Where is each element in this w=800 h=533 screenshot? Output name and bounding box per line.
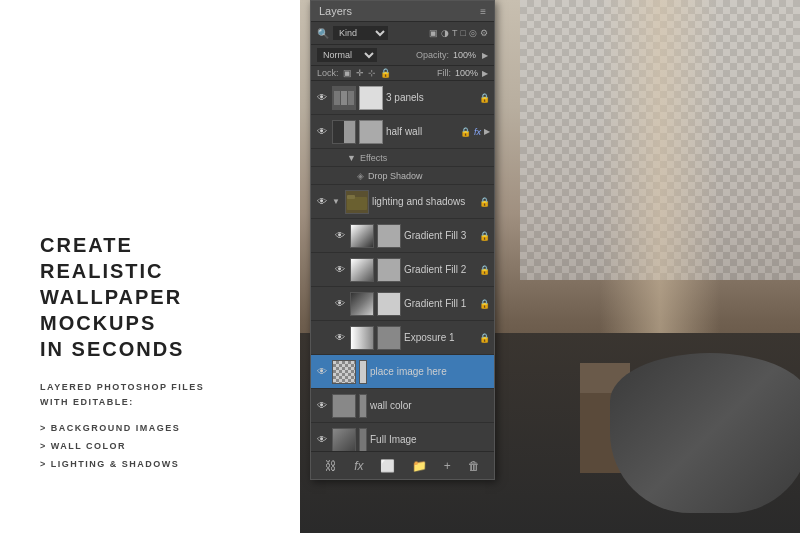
visibility-icon-gradient1[interactable]: 👁: [333, 297, 347, 311]
fill-value: 100%: [455, 68, 478, 78]
feature-list: > BACKGROUND IMAGES > WALL COLOR > LIGHT…: [40, 419, 260, 473]
visibility-icon-lighting[interactable]: 👁: [315, 195, 329, 209]
layer-name-halfwall: half wall: [386, 126, 457, 137]
visibility-icon-placeimage[interactable]: 👁: [315, 365, 329, 379]
link-placeimage: [359, 360, 367, 384]
search-icon: 🔍: [317, 28, 329, 39]
lock-artboard-icon[interactable]: ⊹: [368, 68, 376, 78]
adjust-icon: ◑: [441, 28, 449, 38]
list-item-3: > LIGHTING & SHADOWS: [40, 455, 260, 473]
lock-all-icon[interactable]: 🔒: [380, 68, 391, 78]
fill-arrow: ▶: [482, 69, 488, 78]
delete-layer-button[interactable]: 🗑: [464, 457, 484, 475]
layer-lighting-folder[interactable]: 👁 ▼ lighting and shadows 🔒: [311, 185, 494, 219]
thumb-gradient3: [350, 224, 374, 248]
lock-icon-halfwall: 🔒: [460, 127, 471, 137]
effects-text: Effects: [360, 153, 387, 163]
opacity-value: 100%: [453, 50, 476, 60]
lock-position-icon[interactable]: ✛: [356, 68, 364, 78]
link-layers-button[interactable]: ⛓: [321, 457, 341, 475]
effects-arrow: ▼: [347, 153, 356, 163]
layer-name-lighting: lighting and shadows: [372, 196, 476, 207]
opacity-label: Opacity:: [416, 50, 449, 60]
layer-name-fullimage: Full Image: [370, 434, 490, 445]
mask-gradient3: [377, 224, 401, 248]
lock-icon-exposure1: 🔒: [479, 333, 490, 343]
thumb-gradient1: [350, 292, 374, 316]
shape-icon: □: [461, 28, 466, 38]
mask-exposure1: [377, 326, 401, 350]
visibility-icon-fullimage[interactable]: 👁: [315, 433, 329, 447]
visibility-icon-gradient3[interactable]: 👁: [333, 229, 347, 243]
thumb-3panels: [332, 86, 356, 110]
search-row: 🔍 Kind ▣ ◑ T □ ◎ ⚙: [311, 22, 494, 45]
list-item-1: > BACKGROUND IMAGES: [40, 419, 260, 437]
layer-halfwall[interactable]: 👁 half wall 🔒 fx ▶: [311, 115, 494, 149]
visibility-icon-3panels[interactable]: 👁: [315, 91, 329, 105]
layer-exposure1[interactable]: 👁 Exposure 1 🔒: [311, 321, 494, 355]
folder-arrow-lighting[interactable]: ▼: [332, 197, 340, 206]
svg-rect-0: [334, 91, 340, 105]
visibility-icon-halfwall[interactable]: 👁: [315, 125, 329, 139]
mask-gradient2: [377, 258, 401, 282]
new-group-button[interactable]: 📁: [408, 457, 431, 475]
dropshadow-icon: ◈: [357, 171, 364, 181]
mask-gradient1: [377, 292, 401, 316]
thumb-exposure1: [350, 326, 374, 350]
visibility-icon-exposure1[interactable]: 👁: [333, 331, 347, 345]
mask-thumb-3panels: [359, 86, 383, 110]
panel-title-bar: Layers ≡: [311, 1, 494, 22]
visibility-icon-wallcolor[interactable]: 👁: [315, 399, 329, 413]
svg-rect-4: [347, 195, 355, 199]
sub-label: LAYERED PHOTOSHOP FILES WITH EDITABLE:: [40, 380, 260, 409]
blend-opacity-row: Normal Opacity: 100% ▶: [311, 45, 494, 66]
text-icon: T: [452, 28, 458, 38]
layer-name-wallcolor: wall color: [370, 400, 490, 411]
expand-icon-halfwall[interactable]: ▶: [484, 127, 490, 136]
smart-icon: ◎: [469, 28, 477, 38]
room-preview: Layers ≡ 🔍 Kind ▣ ◑ T □ ◎ ⚙ Normal Opaci…: [300, 0, 800, 533]
layer-place-image[interactable]: 👁 place image here: [311, 355, 494, 389]
visibility-icon-gradient2[interactable]: 👁: [333, 263, 347, 277]
thumb-halfwall: [332, 120, 356, 144]
thumb-wallcolor: [332, 394, 356, 418]
layer-wallcolor[interactable]: 👁 wall color: [311, 389, 494, 423]
settings-icon: ⚙: [480, 28, 488, 38]
lock-pixel-icon[interactable]: ▣: [343, 68, 352, 78]
blend-mode-dropdown[interactable]: Normal: [317, 48, 377, 62]
layer-fx-button[interactable]: fx: [350, 457, 367, 475]
layer-gradient3[interactable]: 👁 Gradient Fill 3 🔒: [311, 219, 494, 253]
list-item-2: > WALL COLOR: [40, 437, 260, 455]
thumb-lighting: [345, 190, 369, 214]
layer-type-icons: ▣ ◑ T □ ◎ ⚙: [429, 28, 488, 38]
lock-label: Lock:: [317, 68, 339, 78]
main-headline: CREATE REALISTIC WALLPAPER MOCKUPS IN SE…: [40, 232, 260, 362]
thumb-placeimage: [332, 360, 356, 384]
lock-icon-gradient1: 🔒: [479, 299, 490, 309]
pixel-icon: ▣: [429, 28, 438, 38]
layer-name-exposure1: Exposure 1: [404, 332, 476, 343]
effects-sublabel: ▼ Effects: [311, 149, 494, 167]
kind-dropdown[interactable]: Kind: [333, 26, 388, 40]
layer-gradient1[interactable]: 👁 Gradient Fill 1 🔒: [311, 287, 494, 321]
svg-rect-2: [348, 91, 354, 105]
thumb-gradient2: [350, 258, 374, 282]
layer-3panels[interactable]: 👁 3 panels 🔒: [311, 81, 494, 115]
opacity-arrow: ▶: [482, 51, 488, 60]
fill-label: Fill:: [437, 68, 451, 78]
svg-rect-1: [341, 91, 347, 105]
new-layer-button[interactable]: +: [440, 457, 455, 475]
left-info-panel: CREATE REALISTIC WALLPAPER MOCKUPS IN SE…: [0, 0, 300, 533]
panel-title: Layers: [319, 5, 352, 17]
layer-gradient2[interactable]: 👁 Gradient Fill 2 🔒: [311, 253, 494, 287]
layer-name-gradient2: Gradient Fill 2: [404, 264, 476, 275]
link-wallcolor: [359, 394, 367, 418]
mask-thumb-halfwall: [359, 120, 383, 144]
layer-name-gradient3: Gradient Fill 3: [404, 230, 476, 241]
lock-icon-lighting: 🔒: [479, 197, 490, 207]
add-mask-button[interactable]: ⬜: [376, 457, 399, 475]
layer-name-gradient1: Gradient Fill 1: [404, 298, 476, 309]
panel-menu-icon[interactable]: ≡: [480, 6, 486, 17]
layer-name-3panels: 3 panels: [386, 92, 476, 103]
layers-list: 👁 3 panels 🔒 👁 half wall 🔒 fx ▶: [311, 81, 494, 457]
